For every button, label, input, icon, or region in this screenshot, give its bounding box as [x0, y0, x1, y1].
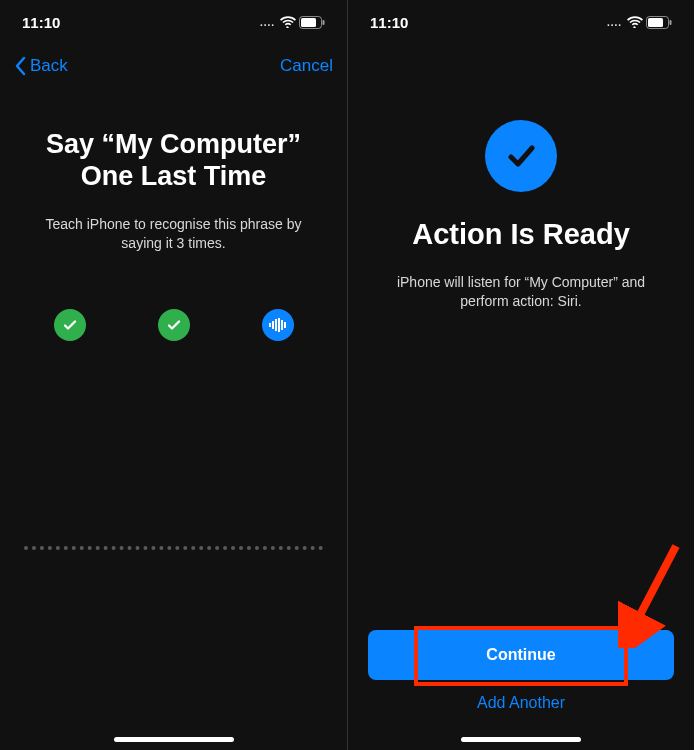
- signal-dots: ....: [607, 17, 622, 28]
- checkmark-icon: [501, 136, 541, 176]
- page-title: Action Is Ready: [412, 218, 630, 251]
- chevron-left-icon: [14, 56, 26, 76]
- battery-icon: [646, 16, 672, 29]
- svg-rect-4: [272, 321, 274, 329]
- back-label: Back: [30, 56, 68, 76]
- description-text: iPhone will listen for “My Computer” and…: [368, 273, 674, 311]
- svg-rect-2: [323, 20, 325, 25]
- status-time: 11:10: [22, 14, 60, 31]
- svg-rect-1: [301, 18, 316, 27]
- svg-rect-10: [648, 18, 663, 27]
- home-indicator[interactable]: [114, 737, 234, 742]
- status-right: ....: [607, 16, 672, 29]
- svg-rect-8: [284, 322, 286, 328]
- waveform-placeholder-line: [24, 546, 323, 550]
- signal-dots: ....: [260, 17, 275, 28]
- success-checkmark: [485, 120, 557, 192]
- svg-rect-6: [278, 318, 280, 332]
- title-line1: Say “My Computer”: [46, 129, 301, 159]
- button-area: Continue Add Another: [368, 630, 674, 712]
- svg-rect-5: [275, 319, 277, 331]
- svg-rect-11: [670, 20, 672, 25]
- checkmark-icon: [62, 317, 78, 333]
- screen-teach-phrase: 11:10 .... Back Cancel Say “My Computer”…: [0, 0, 347, 750]
- svg-rect-3: [269, 323, 271, 327]
- add-another-button[interactable]: Add Another: [477, 694, 565, 712]
- back-button[interactable]: Back: [14, 56, 68, 76]
- screen-action-ready: 11:10 .... Action Is Ready iPhone will l…: [347, 0, 694, 750]
- waveform-icon: [269, 318, 287, 332]
- svg-rect-7: [281, 320, 283, 330]
- status-time: 11:10: [370, 14, 408, 31]
- progress-step-2-done: [158, 309, 190, 341]
- continue-button[interactable]: Continue: [368, 630, 674, 680]
- content-left: Say “My Computer” One Last Time Teach iP…: [0, 88, 347, 750]
- battery-icon: [299, 16, 325, 29]
- home-indicator[interactable]: [461, 737, 581, 742]
- status-right: ....: [260, 16, 325, 29]
- nav-bar: Back Cancel: [0, 44, 347, 88]
- status-bar: 11:10 ....: [0, 0, 347, 44]
- wifi-icon: [627, 16, 643, 28]
- status-bar: 11:10 ....: [348, 0, 694, 44]
- wifi-icon: [280, 16, 296, 28]
- cancel-button[interactable]: Cancel: [280, 56, 333, 76]
- instruction-text: Teach iPhone to recognise this phrase by…: [20, 215, 327, 253]
- progress-step-1-done: [54, 309, 86, 341]
- checkmark-icon: [166, 317, 182, 333]
- title-line2: One Last Time: [46, 160, 301, 192]
- progress-step-3-recording: [262, 309, 294, 341]
- progress-indicators: [54, 309, 294, 341]
- page-title: Say “My Computer” One Last Time: [46, 128, 301, 193]
